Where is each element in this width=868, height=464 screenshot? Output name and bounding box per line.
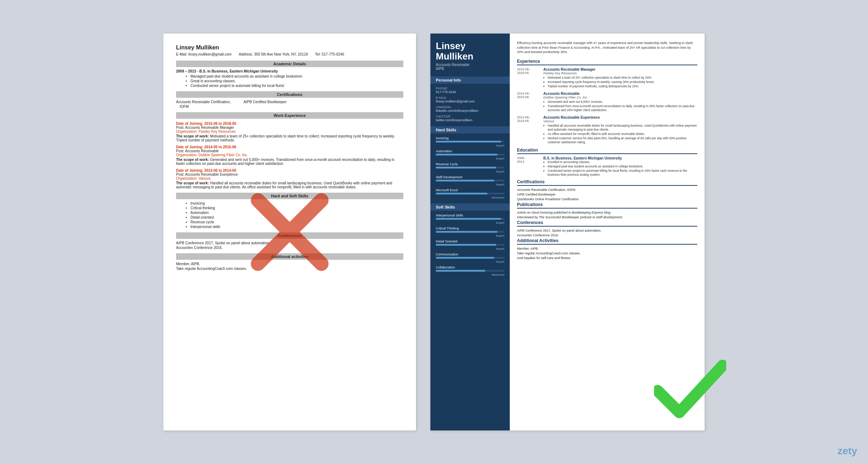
- resume-main-content: Efficiency-hunting accounts receivable m…: [510, 34, 705, 430]
- soft-skill-communication: Communication Expert: [436, 253, 504, 263]
- cert-iofm: IOFM: [176, 105, 403, 109]
- personal-info-section: Personal Info: [430, 76, 510, 84]
- education-section-title: Education: [517, 148, 697, 154]
- soft-skill-interpersonal: Interpersonal Skills Expert: [436, 214, 504, 224]
- good-cert-3: Quickbooks Online Proadvisor Certificati…: [517, 197, 697, 201]
- soft-skills-section: Soft Skills: [430, 203, 510, 211]
- hard-skills-section: Hard Skills: [430, 126, 510, 133]
- skill-5: Revenue cycle: [190, 220, 403, 224]
- academic-bullet-1: Managed past-due student accounts as ass…: [190, 74, 403, 78]
- hard-skill-invoicing: Invoicing Expert: [436, 136, 504, 147]
- cert-row: Accounts Receivable Certification, AIPB …: [176, 100, 403, 104]
- cert-1: Accounts Receivable Certification, AIPB …: [176, 100, 286, 104]
- job-3: Date of Joining: 2013-06 to 2014-05 Post…: [176, 168, 403, 189]
- hard-skill-revenue: Revenue Cycle Expert: [436, 162, 504, 173]
- good-job-1: 2015-06 - 2018-05 Accounts Receivable Ma…: [517, 67, 697, 89]
- experience-section-title: Experience: [517, 59, 697, 65]
- hard-skill-staff: Staff Development Expert: [436, 175, 504, 186]
- linkedin-label: LinkedIn: [436, 105, 504, 109]
- job-2: Date of Joining: 2014-05 to 2015-06 Post…: [176, 145, 403, 166]
- good-resume-title: Accounts Receivable AIPB: [436, 63, 504, 71]
- good-resume: LinseyMulliken Accounts Receivable AIPB …: [430, 34, 705, 430]
- hard-skill-automation: Automation Expert: [436, 149, 504, 160]
- bad-resume-name: Linsey Mulliken: [176, 44, 403, 51]
- academic-bullet-3: Conducted senior project to automate bil…: [190, 84, 403, 88]
- additional-header: Additional activities: [176, 253, 403, 260]
- add-1: Member, AIPB.: [176, 262, 403, 266]
- skill-1: Invoicing: [190, 201, 403, 205]
- conf-2: Accountex Conference 2016.: [176, 246, 403, 250]
- linkedin-value: linkedin.com/in/linseymulliken: [436, 109, 504, 113]
- add-2: Take regular AccountingCoach.com classes…: [176, 267, 403, 271]
- good-cert-1: Accounts Receivable Certification, IOFM: [517, 188, 697, 192]
- email-value: linsey.mulliken@gmail.com: [436, 100, 504, 103]
- skill-4: Detail oriented: [190, 215, 403, 219]
- summary: Efficiency-hunting accounts receivable m…: [517, 41, 697, 54]
- additional: Member, AIPB. Take regular AccountingCoa…: [176, 262, 403, 271]
- good-conf-1: AIPB Conference 2017, Spoke on panel abo…: [517, 229, 697, 232]
- good-add-2: Take regular AccountingCoach.com classes…: [517, 251, 697, 255]
- bad-resume: Linsey Mulliken E-Mail: linsey.mulliken@…: [163, 34, 416, 430]
- bad-address: Address: 350 5th Ave New York, NY, 10118: [239, 52, 308, 56]
- good-job-3: 2013-06 - 2014-05 Accounts Receivable Ex…: [517, 115, 697, 145]
- pub-section-title: Publications: [517, 202, 697, 209]
- zety-brand: zety: [838, 445, 857, 457]
- good-edu-1: 2009 - 2013 B.S. in Business, Eastern Mi…: [517, 156, 697, 177]
- cert-section-title: Certifications: [517, 179, 697, 186]
- good-pub-2: Interviewed by The Successful Bookkeeper…: [517, 215, 697, 219]
- email-label: E-mail: [436, 96, 504, 100]
- academic-bullets: Managed past-due student accounts as ass…: [176, 74, 403, 88]
- good-pub-1: Article on cloud invoicing published in …: [517, 211, 697, 214]
- good-add-3: Avid kayaker for self-care and fitness.: [517, 256, 697, 260]
- good-cert-2: AIPB Certified Bookkeeper: [517, 193, 697, 196]
- twitter-value: twitter.com/linseymulliken: [436, 118, 504, 122]
- job-1: Date of Joining: 2015-06 to 2018-05 Post…: [176, 122, 403, 142]
- work-header: Work Experience: [176, 112, 403, 119]
- resume-sidebar: LinseyMulliken Accounts Receivable AIPB …: [430, 34, 510, 430]
- skill-6: Interpersonal skills: [190, 225, 403, 229]
- bad-email: E-Mail: linsey.mulliken@gmail.com: [176, 52, 232, 56]
- conferences: AIPB Conference 2017, Spoke on panel abo…: [176, 241, 403, 250]
- good-conf-section-title: Conferences: [517, 220, 697, 227]
- twitter-label: Twitter: [436, 115, 504, 118]
- academic-bullet-2: Great in accounting classes.: [190, 79, 403, 83]
- cert-header: Certifications: [176, 91, 403, 98]
- skills-list: Invoicing Critical thinking Automation D…: [176, 201, 403, 229]
- good-job-2: 2014-05 - 2015-06 Accounts Receivable Do…: [517, 92, 697, 113]
- soft-skill-critical: Critical Thinking Expert: [436, 227, 504, 237]
- academic-degree: 2009 – 2013 - B.S. in Business, Eastern …: [176, 69, 403, 73]
- skill-3: Automation: [190, 211, 403, 215]
- bad-resume-contact: E-Mail: linsey.mulliken@gmail.com Addres…: [176, 52, 403, 56]
- skills-header: Hard and Soft Skills: [176, 193, 403, 199]
- bad-tel: Tel: 517-775-0246: [315, 52, 344, 56]
- conf-header: Conferences: [176, 232, 403, 239]
- good-conf-2: Accountex Conference 2016.: [517, 233, 697, 237]
- phone-label: Phone: [436, 87, 504, 90]
- skill-2: Critical thinking: [190, 206, 403, 210]
- soft-skill-collaboration: Collaboration Advanced: [436, 266, 504, 276]
- academic-header: Academic Details: [176, 61, 403, 67]
- good-add-1: Member, AIPB.: [517, 247, 697, 250]
- good-resume-name: LinseyMulliken: [436, 41, 504, 61]
- hard-skill-excel: Microsoft Excel Advanced: [436, 188, 504, 199]
- soft-skill-detail: Detail Oriented Expert: [436, 240, 504, 250]
- phone-value: 517-775-0246: [436, 90, 504, 94]
- additional-section-title: Additional Activities: [517, 238, 697, 245]
- conf-1: AIPB Conference 2017, Spoke on panel abo…: [176, 241, 403, 245]
